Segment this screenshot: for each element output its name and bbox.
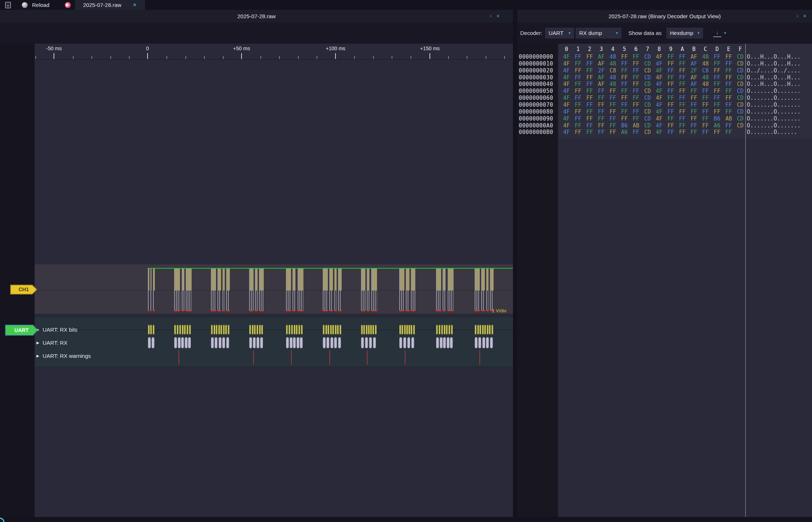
- close-pane-icon[interactable]: ✕: [495, 10, 501, 23]
- hex-byte-cell: FF: [700, 122, 711, 129]
- hex-byte-cell: 4F: [653, 95, 665, 101]
- hex-byte-cell: 4F: [653, 129, 665, 135]
- hex-byte-cell: 4F: [653, 54, 665, 60]
- hex-byte-cell: FF: [676, 122, 688, 129]
- expand-rx-warnings-icon[interactable]: ▶: [36, 354, 39, 358]
- burst-transition-bars: [298, 268, 303, 311]
- hex-address-cell: 0000000070: [519, 102, 553, 108]
- rx-warnings-row-label[interactable]: UART: RX warnings: [43, 353, 91, 359]
- hex-dump-table[interactable]: 0123456789ABCDEF00000000004FFFFFAF48FFFF…: [517, 44, 812, 153]
- uart-rx-bit-annotation: [411, 325, 412, 335]
- hex-byte-cell: FF: [700, 108, 711, 115]
- uart-signal-burst: [490, 268, 494, 311]
- tab-reload[interactable]: Reload: [32, 0, 50, 10]
- hex-byte-cell: FF: [665, 60, 676, 67]
- hex-byte-cell: FF: [700, 88, 711, 94]
- uart-rx-bit-annotation: [256, 325, 258, 335]
- uart-signal-burst: [329, 268, 333, 311]
- tab-capture-label[interactable]: 2025-07-28.raw: [83, 0, 121, 10]
- new-session-icon[interactable]: [5, 2, 11, 8]
- uart-rx-bit-annotation: [189, 325, 191, 335]
- rx-row-label[interactable]: UART: RX: [43, 340, 67, 346]
- burst-transition-bars: [486, 268, 489, 311]
- uart-rx-byte-annotation: [260, 337, 263, 348]
- uart-signal-burst: [323, 268, 328, 311]
- uart-rx-bit-annotation: [332, 325, 334, 335]
- scroll-indicator-icon[interactable]: [0, 518, 4, 522]
- uart-rx-bit-annotation: [448, 325, 450, 335]
- decoder-pane-title: 2025-07-28.raw (Binary Decoder Output Vi…: [517, 10, 812, 23]
- export-dropdown-icon[interactable]: ▼: [723, 31, 727, 35]
- hex-column-header: C: [700, 46, 711, 52]
- hex-byte-cell: FF: [619, 115, 630, 122]
- uart-signal-burst: [286, 268, 291, 311]
- uart-rx-bit-annotation: [301, 325, 303, 335]
- burst-low-marker: [286, 310, 291, 311]
- uart-rx-bit-annotation: [223, 325, 225, 335]
- hex-byte-cell: 4F: [653, 88, 665, 94]
- export-binary-button[interactable]: ↓: [713, 30, 721, 37]
- hex-byte-cell: FF: [619, 54, 630, 60]
- format-select[interactable]: Hexdump ▼: [666, 28, 703, 39]
- decoder-label: Decoder:: [520, 29, 542, 37]
- burst-transition-bars: [361, 268, 365, 311]
- hex-byte-cell: 4F: [561, 60, 572, 67]
- hex-byte-cell: FF: [630, 115, 642, 122]
- hex-byte-cell: CD: [642, 122, 654, 129]
- hex-byte-cell: 48: [607, 60, 619, 67]
- uart-rx-byte-annotation: [450, 337, 453, 348]
- expand-rx-icon[interactable]: ▶: [36, 341, 39, 345]
- hex-ascii-cell: O.......O.......: [747, 102, 801, 108]
- main-toolbar: + ▼ ↑ ▼ ↓ ▼ + − YY 2025-07-28.raw ▼ ✎: [0, 23, 513, 44]
- ch1-channel-tag[interactable]: CH1: [10, 285, 37, 294]
- hex-byte-cell: FF: [711, 81, 723, 87]
- uart-rx-warning-annotation: [253, 350, 254, 365]
- uart-signal-burst: [153, 268, 155, 311]
- burst-transition-bars: [153, 268, 155, 311]
- uart-decoder-tag[interactable]: UART: [5, 325, 38, 336]
- hex-byte-cell: CD: [734, 122, 746, 129]
- uart-rx-byte-annotation: [334, 337, 337, 348]
- uart-rx-bit-annotation: [228, 325, 230, 335]
- uart-rx-bit-annotation: [441, 325, 443, 335]
- uart-rx-byte-annotation: [399, 337, 402, 348]
- bottom-scrollbar-strip[interactable]: [0, 517, 812, 522]
- tab-close-icon[interactable]: ✕: [131, 0, 138, 10]
- hex-byte-cell: FF: [595, 115, 607, 122]
- float-pane-icon[interactable]: ○: [487, 10, 494, 23]
- output-select[interactable]: RX dump ▼: [576, 28, 621, 39]
- burst-low-marker: [411, 310, 415, 311]
- time-ruler[interactable]: -50 ms0+50 ms+100 ms+150 ms: [0, 44, 513, 60]
- uart-signal-burst: [217, 268, 221, 311]
- hex-byte-cell: FF: [700, 95, 711, 101]
- hex-byte-cell: FF: [584, 95, 596, 101]
- hex-byte-cell: AB: [723, 115, 734, 122]
- hex-byte-cell: FF: [723, 81, 734, 87]
- uart-rx-byte-annotation: [411, 337, 414, 348]
- ch1-signal-band[interactable]: [35, 264, 513, 314]
- uart-rx-byte-annotation: [323, 337, 326, 348]
- close-pane-icon[interactable]: ✕: [801, 10, 808, 23]
- hex-byte-cell: FF: [723, 74, 734, 81]
- capture-status-icon: [65, 2, 71, 8]
- hex-byte-cell: FF: [595, 88, 607, 94]
- hex-byte-cell: FF: [619, 88, 630, 94]
- hex-column-header: 9: [665, 46, 676, 52]
- hex-byte-cell: FF: [584, 60, 596, 67]
- burst-low-marker: [223, 310, 225, 311]
- hex-byte-cell: FF: [572, 60, 584, 67]
- hex-byte-cell: CD: [734, 81, 746, 87]
- pane-divider[interactable]: [513, 10, 517, 522]
- uart-rx-bit-annotation: [491, 325, 493, 335]
- rx-bits-row-label[interactable]: UART: RX bits: [43, 327, 78, 333]
- hex-ascii-cell: O.......O.......: [747, 108, 801, 115]
- uart-rx-bit-annotation: [216, 325, 217, 335]
- hex-byte-cell: FF: [723, 60, 734, 67]
- burst-transition-bars: [323, 268, 328, 311]
- hex-byte-cell: FF: [607, 122, 619, 129]
- float-pane-icon[interactable]: ○: [794, 10, 801, 23]
- decoder-select[interactable]: UART ▼: [545, 28, 574, 39]
- hex-column-header: 2: [584, 46, 596, 52]
- uart-signal-burst: [486, 268, 489, 311]
- hex-byte-cell: FF: [711, 95, 723, 101]
